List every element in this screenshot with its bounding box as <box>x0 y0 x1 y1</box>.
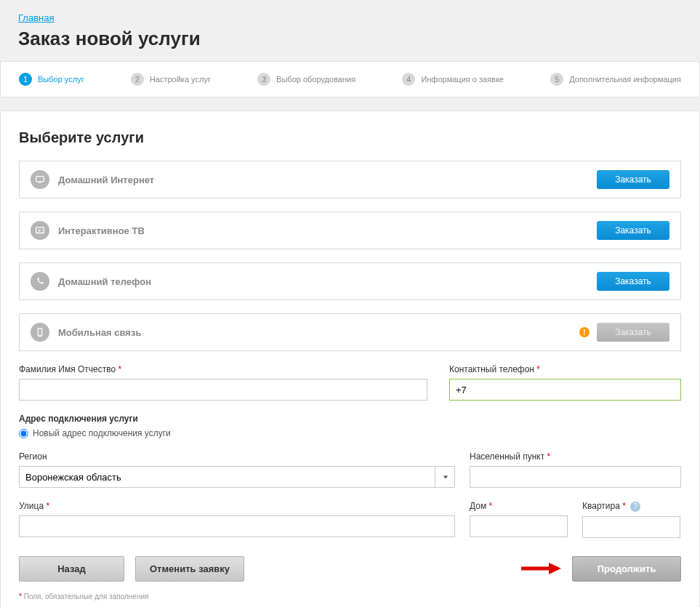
street-label: Улица * <box>19 501 455 511</box>
step-5: 5 Дополнительная информация <box>550 73 681 86</box>
phone-input[interactable] <box>449 379 681 401</box>
service-name-phone: Домашний телефон <box>58 276 151 287</box>
fio-input[interactable] <box>19 379 427 401</box>
step-label-5: Дополнительная информация <box>569 75 681 84</box>
svg-rect-0 <box>36 177 44 182</box>
order-tv-button[interactable]: Заказать <box>597 221 669 240</box>
help-icon[interactable]: ? <box>630 502 640 512</box>
service-name-internet: Домашний Интернет <box>58 174 154 185</box>
monitor-icon <box>31 170 49 189</box>
apt-input[interactable] <box>582 516 680 538</box>
warning-icon: ! <box>579 327 590 337</box>
step-4: 4 Информация о заявке <box>402 73 504 86</box>
city-input[interactable] <box>470 466 681 488</box>
step-2: 2 Настройка услуг <box>131 73 211 86</box>
stepper: 1 Выбор услуг 2 Настройка услуг 3 Выбор … <box>0 61 700 97</box>
step-num-2: 2 <box>131 73 144 86</box>
service-phone: Домашний телефон Заказать <box>19 262 681 300</box>
step-num-1: 1 <box>19 73 32 86</box>
phone-icon <box>31 272 49 291</box>
step-label-2: Настройка услуг <box>150 75 211 84</box>
footnote: * Поля, обязательные для заполнения <box>19 592 681 600</box>
city-label: Населенный пункт * <box>470 451 681 462</box>
svg-marker-8 <box>549 563 561 574</box>
svg-marker-3 <box>39 229 41 232</box>
address-section-label: Адрес подключения услуги <box>19 414 681 424</box>
region-label: Регион <box>19 451 455 462</box>
fio-label: Фамилия Имя Отчество * <box>19 364 427 374</box>
continue-button[interactable]: Продолжить <box>572 556 681 582</box>
order-phone-button[interactable]: Заказать <box>597 272 669 291</box>
service-internet: Домашний Интернет Заказать <box>19 161 681 198</box>
step-num-5: 5 <box>550 73 563 86</box>
section-title: Выберите услуги <box>19 129 681 146</box>
cancel-button[interactable]: Отменить заявку <box>135 556 244 582</box>
service-name-tv: Интерактивное ТВ <box>58 225 145 236</box>
step-num-4: 4 <box>402 73 415 86</box>
house-label: Дом * <box>470 501 568 511</box>
service-tv: Интерактивное ТВ Заказать <box>19 212 681 249</box>
apt-label: Квартира * ? <box>582 501 680 512</box>
service-name-mobile: Мобильная связь <box>58 327 141 338</box>
mobile-icon <box>31 323 49 342</box>
street-input[interactable] <box>19 515 455 537</box>
step-3: 3 Выбор оборудования <box>257 73 355 86</box>
new-address-radio-label: Новый адрес подключения услуги <box>33 428 171 438</box>
phone-label: Контактный телефон * <box>449 364 681 374</box>
service-mobile: Мобильная связь ! Заказать <box>19 313 681 351</box>
back-button[interactable]: Назад <box>19 556 124 582</box>
arrow-annotation-icon <box>521 562 561 575</box>
region-select[interactable] <box>19 466 455 488</box>
new-address-radio[interactable] <box>19 429 28 438</box>
step-label-1: Выбор услуг <box>38 75 84 84</box>
step-label-4: Информация о заявке <box>421 75 504 84</box>
breadcrumb-home[interactable]: Главная <box>18 12 54 23</box>
svg-point-5 <box>39 334 40 335</box>
tv-icon <box>31 221 49 240</box>
page-title: Заказ новой услуги <box>18 28 682 50</box>
house-input[interactable] <box>470 515 568 537</box>
order-mobile-button: Заказать <box>597 323 669 342</box>
order-internet-button[interactable]: Заказать <box>597 170 669 189</box>
step-1: 1 Выбор услуг <box>19 73 84 86</box>
step-label-3: Выбор оборудования <box>276 75 355 84</box>
step-num-3: 3 <box>257 73 270 86</box>
